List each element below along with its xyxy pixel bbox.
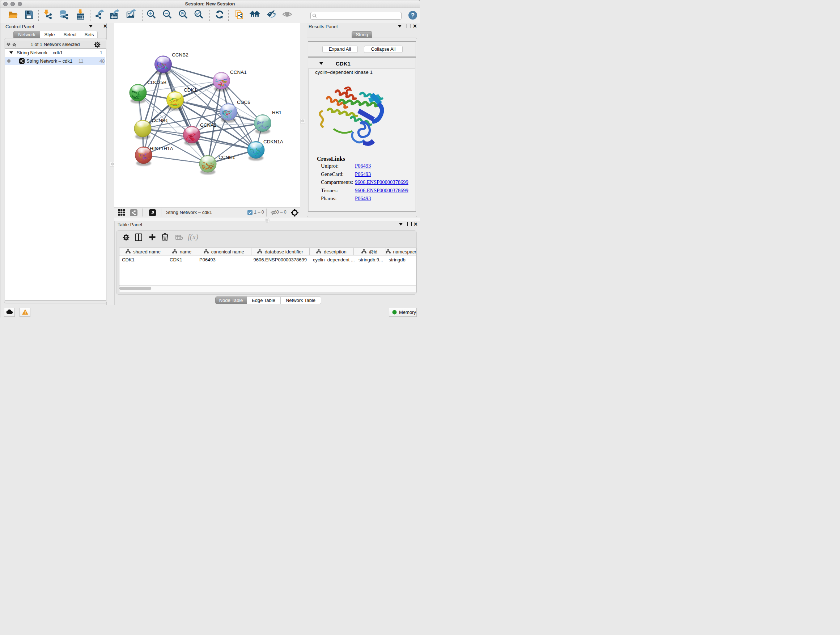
svg-text:CCNB1: CCNB1 (152, 118, 168, 123)
svg-text:CCNE1: CCNE1 (218, 155, 235, 160)
svg-text:CCNA2: CCNA2 (200, 122, 217, 128)
svg-text:CDK1: CDK1 (184, 87, 197, 93)
svg-text:RB1: RB1 (272, 110, 281, 115)
svg-text:CDC6: CDC6 (237, 100, 250, 105)
svg-text:?: ? (411, 12, 415, 19)
svg-text:CCNB2: CCNB2 (172, 52, 188, 57)
svg-text:HIST1H1A: HIST1H1A (150, 146, 173, 151)
svg-text:CDC25B: CDC25B (147, 80, 166, 85)
svg-text:CCNA1: CCNA1 (230, 70, 247, 75)
svg-text:CDKN1A: CDKN1A (264, 139, 283, 144)
